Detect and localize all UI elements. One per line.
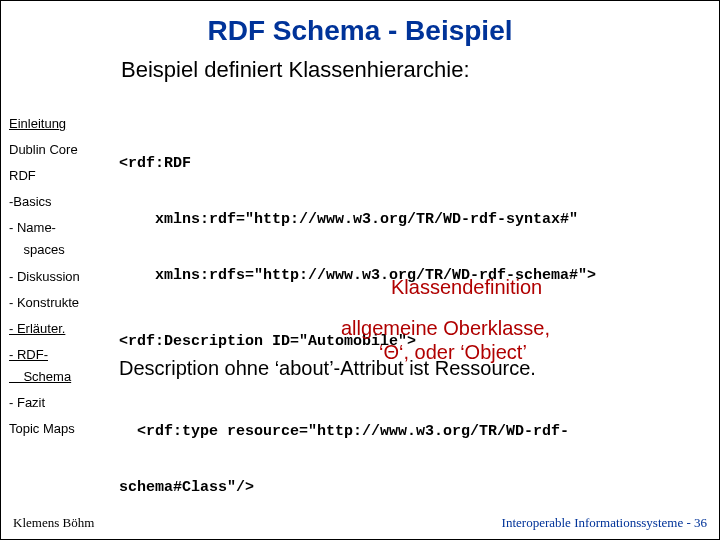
sidebar-label: Dublin Core — [9, 142, 78, 157]
sidebar-label: RDF — [9, 168, 36, 183]
sidebar-label: -Basics — [9, 194, 52, 209]
sidebar-label: Topic Maps — [9, 421, 75, 436]
code-line: xmlns:rdf="http://www.w3.org/TR/WD-rdf-s… — [119, 211, 707, 230]
footer-page: Interoperable Informationssysteme - 36 — [502, 515, 707, 531]
sidebar-label: - Fazit — [9, 395, 45, 410]
slide: RDF Schema - Beispiel Beispiel definiert… — [0, 0, 720, 540]
page-title: RDF Schema - Beispiel — [1, 1, 719, 47]
sidebar-item-topicmaps[interactable]: Topic Maps — [9, 416, 111, 442]
annotation-oberklasse-2: ‘Θ‘, oder ‘Object’ — [379, 341, 527, 364]
code-subclass-auto: <rdfs:sub.Class.Of resource="http://www.… — [119, 535, 707, 540]
sidebar-item-konstrukte[interactable]: - Konstrukte — [9, 290, 111, 316]
sidebar-item-basics[interactable]: -Basics — [9, 189, 111, 215]
sidebar-item-dublincore[interactable]: Dublin Core — [9, 137, 111, 163]
sidebar-label: Einleitung — [9, 116, 66, 131]
annotation-oberklasse-1: allgemeine Oberklasse, — [341, 317, 550, 340]
sidebar: Einleitung Dublin Core RDF -Basics - Nam… — [9, 111, 111, 442]
sidebar-item-erlaeuter[interactable]: - Erläuter. — [9, 316, 111, 342]
code-line: schema#Class"/> — [119, 479, 707, 498]
code-line: <rdf:type resource="http://www.w3.org/TR… — [119, 423, 707, 442]
code-line: <rdf:RDF — [119, 155, 707, 174]
sidebar-item-rdfschema[interactable]: - RDF- Schema — [9, 342, 111, 390]
sidebar-label: - Name- spaces — [9, 220, 65, 257]
code-type-auto: <rdf:type resource="http://www.w3.org/TR… — [119, 385, 707, 535]
subtitle: Beispiel definiert Klassenhierarchie: — [1, 47, 719, 83]
annotation-klassendefinition: Klassendefinition — [391, 276, 542, 299]
sidebar-item-rdf[interactable]: RDF — [9, 163, 111, 189]
sidebar-label: - Diskussion — [9, 269, 80, 284]
sidebar-label: - Konstrukte — [9, 295, 79, 310]
footer-author: Klemens Böhm — [13, 515, 94, 531]
sidebar-item-namespaces[interactable]: - Name- spaces — [9, 215, 111, 263]
sidebar-item-diskussion[interactable]: - Diskussion — [9, 264, 111, 290]
sidebar-item-fazit[interactable]: - Fazit — [9, 390, 111, 416]
sidebar-label: - Erläuter. — [9, 321, 65, 336]
sidebar-label: - RDF- Schema — [9, 347, 71, 384]
sidebar-item-einleitung[interactable]: Einleitung — [9, 111, 111, 137]
